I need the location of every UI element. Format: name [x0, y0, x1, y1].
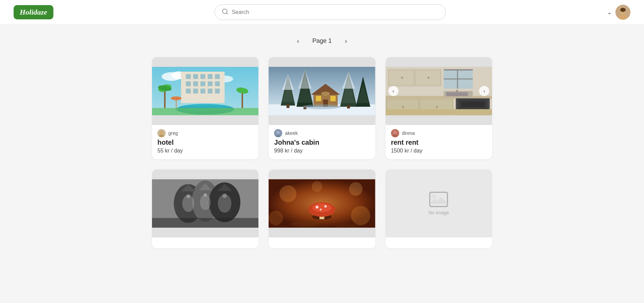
listing-card[interactable]: greg hotel 55 kr / day [152, 57, 258, 159]
header: Holidaze ⌄ [0, 0, 644, 24]
avatar[interactable] [615, 5, 630, 20]
svg-point-108 [279, 185, 296, 202]
listing-image-wrapper [269, 57, 375, 125]
svg-rect-122 [430, 192, 447, 207]
svg-point-74 [427, 77, 429, 79]
svg-point-6 [620, 8, 626, 12]
svg-point-73 [401, 77, 403, 79]
svg-point-91 [393, 131, 397, 134]
svg-rect-31 [241, 91, 243, 108]
svg-point-78 [456, 90, 458, 92]
chevron-down-icon[interactable]: ⌄ [607, 8, 612, 16]
host-avatar [157, 129, 166, 137]
svg-point-87 [402, 106, 404, 108]
host-avatar [274, 129, 282, 137]
no-image-icon [429, 192, 448, 207]
svg-point-110 [312, 181, 322, 192]
header-right: ⌄ [607, 5, 630, 20]
listing-price: 55 kr / day [157, 148, 253, 154]
svg-rect-57 [316, 96, 321, 101]
svg-point-61 [303, 104, 341, 109]
svg-rect-25 [208, 89, 213, 93]
listing-title: Johna's cabin [274, 139, 370, 146]
svg-rect-49 [347, 105, 350, 108]
listing-image-wrapper: ‹ › [386, 57, 492, 125]
svg-point-37 [160, 131, 163, 134]
svg-point-63 [276, 131, 280, 134]
listing-price: 998 kr / day [274, 148, 370, 154]
listing-price: 1500 kr / day [391, 148, 487, 154]
svg-rect-35 [152, 108, 258, 115]
prev-page-button[interactable]: ‹ [292, 35, 304, 47]
listing-info: greg hotel 55 kr / day [152, 125, 258, 159]
logo[interactable]: Holidaze [14, 5, 53, 19]
host-name: dinma [402, 130, 415, 136]
listing-card[interactable] [152, 170, 258, 248]
svg-rect-12 [186, 74, 191, 79]
listing-info: akeek Johna's cabin 998 kr / day [269, 125, 375, 159]
svg-point-112 [269, 211, 283, 225]
listing-info: dinma rent rent 1500 kr / day [386, 125, 492, 159]
svg-point-120 [290, 221, 319, 227]
svg-rect-43 [287, 104, 290, 108]
svg-rect-22 [186, 89, 191, 93]
search-icon [222, 8, 228, 16]
svg-point-116 [312, 203, 332, 212]
svg-rect-18 [193, 82, 198, 86]
listing-card[interactable]: ‹ › dinma rent rent 1500 kr / day [386, 57, 492, 159]
svg-rect-19 [200, 82, 205, 86]
listing-info [152, 237, 258, 248]
svg-rect-24 [200, 89, 205, 93]
listing-image-wrapper: No image [386, 170, 492, 237]
listing-info [386, 237, 492, 248]
listing-host: akeek [274, 129, 370, 137]
listing-card[interactable]: No image [386, 170, 492, 248]
svg-rect-21 [215, 82, 220, 86]
svg-rect-20 [208, 82, 213, 86]
svg-rect-15 [208, 74, 213, 79]
svg-rect-82 [460, 102, 485, 107]
svg-point-88 [436, 106, 438, 108]
listing-card[interactable]: akeek Johna's cabin 998 kr / day [269, 57, 375, 159]
svg-rect-58 [331, 96, 336, 101]
search-input[interactable] [232, 9, 439, 15]
svg-rect-67 [444, 69, 473, 71]
svg-rect-106 [152, 218, 258, 228]
svg-point-104 [204, 193, 207, 197]
page-label: Page 1 [312, 37, 332, 44]
listing-card[interactable] [269, 170, 375, 248]
next-page-button[interactable]: › [340, 35, 352, 47]
svg-marker-123 [430, 197, 447, 204]
listing-host: dinma [391, 129, 487, 137]
svg-rect-14 [200, 74, 205, 79]
svg-point-105 [222, 194, 227, 198]
svg-point-119 [320, 209, 322, 211]
card-next-button[interactable]: › [479, 86, 489, 96]
search-bar [215, 4, 446, 20]
svg-point-111 [351, 206, 370, 225]
pagination: ‹ Page 1 › [84, 35, 560, 47]
svg-line-1 [226, 13, 228, 14]
host-avatar [391, 129, 399, 137]
svg-point-60 [321, 91, 330, 95]
svg-rect-16 [215, 74, 220, 79]
host-name: akeek [285, 130, 298, 136]
svg-rect-77 [446, 92, 468, 96]
card-prev-button[interactable]: ‹ [388, 86, 399, 96]
svg-rect-26 [215, 89, 220, 93]
svg-point-124 [432, 195, 436, 198]
listing-image-wrapper [152, 57, 258, 125]
listings-grid: greg hotel 55 kr / day [84, 57, 560, 248]
listing-info [269, 237, 375, 248]
no-image-text: No image [428, 210, 449, 215]
svg-rect-17 [186, 82, 191, 86]
svg-point-34 [171, 96, 182, 100]
svg-point-109 [349, 182, 363, 196]
svg-point-117 [316, 206, 319, 209]
listing-image-wrapper [152, 170, 258, 237]
search-wrapper [53, 4, 607, 20]
svg-rect-13 [193, 74, 198, 79]
host-name: greg [168, 130, 178, 136]
svg-rect-89 [386, 109, 492, 115]
listing-title: rent rent [391, 139, 487, 146]
